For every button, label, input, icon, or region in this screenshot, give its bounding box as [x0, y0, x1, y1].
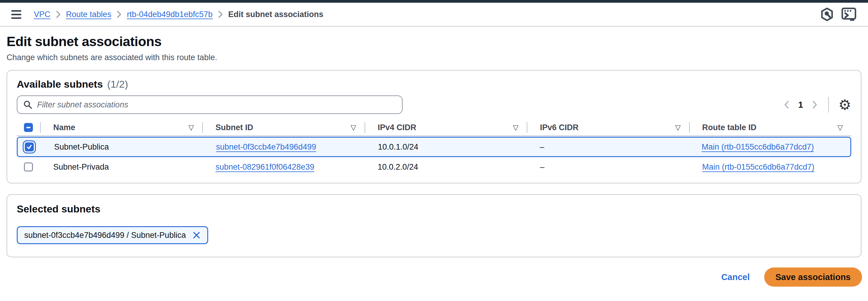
- page-title: Edit subnet associations: [7, 34, 856, 49]
- chevron-right-icon: [117, 10, 121, 18]
- subnets-table: Name ▽ Subnet ID ▽ IPv4 CIDR ▽ IPv6 CIDR…: [17, 119, 851, 177]
- column-header-ipv6-cidr[interactable]: IPv6 CIDR ▽: [527, 121, 689, 133]
- search-icon: [23, 100, 32, 109]
- chevron-right-icon: [218, 10, 223, 18]
- sort-icon[interactable]: ▽: [188, 123, 194, 132]
- selected-subnet-chip-label: subnet-0f3ccb4e7b496d499 / Subnet-Public…: [24, 231, 186, 240]
- toolbar-divider: [828, 97, 829, 113]
- available-subnets-counter: (1/2): [107, 79, 128, 90]
- page-subtitle: Change which subnets are associated with…: [7, 53, 856, 62]
- sort-icon[interactable]: ▽: [675, 123, 680, 132]
- current-page-number[interactable]: 1: [798, 100, 803, 110]
- column-header-name[interactable]: Name ▽: [40, 121, 202, 133]
- table-row-subnet-privada[interactable]: Subnet-Privada subnet-082961f0f06428e39 …: [17, 157, 851, 177]
- subnet-id-link[interactable]: subnet-082961f0f06428e39: [215, 162, 314, 172]
- route-table-link[interactable]: Main (rtb-0155cc6db6a77dcd7): [702, 162, 814, 172]
- filter-subnet-input[interactable]: [37, 100, 396, 110]
- select-all-checkbox[interactable]: [24, 123, 33, 132]
- cell-ipv6-cidr: –: [527, 162, 689, 172]
- cell-subnet-name: Subnet-Publica: [41, 143, 203, 152]
- next-page-icon[interactable]: [811, 99, 819, 111]
- breadcrumb-current: Edit subnet associations: [228, 10, 323, 19]
- chevron-right-icon: [56, 10, 61, 18]
- subnet-id-link[interactable]: subnet-0f3ccb4e7b496d499: [216, 143, 316, 151]
- selected-subnets-card: Selected subnets subnet-0f3ccb4e7b496d49…: [7, 194, 861, 257]
- sort-icon[interactable]: ▽: [350, 123, 356, 132]
- filter-input-container: [17, 95, 403, 114]
- breadcrumb-bar: VPC Route tables rtb-04deb49db1ebfc57b E…: [0, 3, 868, 27]
- cancel-button[interactable]: Cancel: [721, 272, 749, 282]
- column-header-route-table-id[interactable]: Route table ID ▽: [689, 121, 851, 133]
- cell-ipv4-cidr: 10.0.2.0/24: [365, 162, 527, 172]
- pagination: 1 ⚙: [783, 97, 851, 113]
- console-top-strip: [0, 0, 868, 3]
- table-header-row: Name ▽ Subnet ID ▽ IPv4 CIDR ▽ IPv6 CIDR…: [17, 119, 851, 136]
- cloudshell-icon[interactable]: [841, 7, 857, 22]
- table-row-subnet-publica[interactable]: Subnet-Publica subnet-0f3ccb4e7b496d499 …: [17, 137, 851, 157]
- row-checkbox-checked[interactable]: [25, 143, 34, 151]
- cell-subnet-name: Subnet-Privada: [40, 162, 202, 172]
- amazon-q-icon[interactable]: [820, 7, 834, 22]
- settings-gear-icon[interactable]: ⚙: [838, 97, 851, 112]
- breadcrumb-link-route-tables[interactable]: Route tables: [66, 10, 112, 19]
- selected-subnet-chip: subnet-0f3ccb4e7b496d499 / Subnet-Public…: [17, 226, 208, 244]
- row-checkbox-unchecked[interactable]: [24, 162, 33, 172]
- column-header-subnet-id[interactable]: Subnet ID ▽: [202, 121, 364, 133]
- breadcrumb-link-vpc[interactable]: VPC: [34, 10, 51, 19]
- available-subnets-card: Available subnets (1/2) 1 ⚙: [7, 70, 861, 183]
- sort-icon[interactable]: ▽: [513, 123, 518, 132]
- previous-page-icon[interactable]: [783, 99, 790, 111]
- hamburger-menu-icon[interactable]: [11, 10, 21, 19]
- available-subnets-title: Available subnets: [17, 79, 103, 90]
- breadcrumb-link-route-table-id[interactable]: rtb-04deb49db1ebfc57b: [127, 10, 213, 19]
- selected-subnets-title: Selected subnets: [17, 203, 851, 215]
- remove-subnet-icon[interactable]: [192, 231, 201, 240]
- cell-ipv6-cidr: –: [527, 143, 688, 152]
- column-header-ipv4-cidr[interactable]: IPv4 CIDR ▽: [365, 121, 527, 133]
- breadcrumb: VPC Route tables rtb-04deb49db1ebfc57b E…: [34, 10, 323, 19]
- sort-icon[interactable]: ▽: [837, 123, 843, 132]
- cell-ipv4-cidr: 10.0.1.0/24: [365, 143, 526, 152]
- route-table-link[interactable]: Main (rtb-0155cc6db6a77dcd7): [702, 143, 814, 151]
- save-associations-button[interactable]: Save associations: [764, 268, 862, 287]
